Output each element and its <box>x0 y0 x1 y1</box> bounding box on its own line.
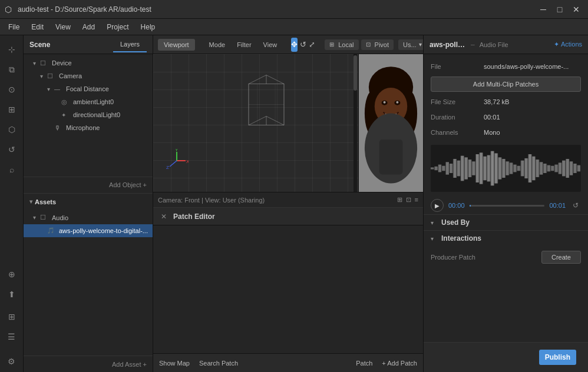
patch-close-button[interactable]: ✕ <box>158 211 170 222</box>
tree-label-audio: Audio <box>52 214 68 221</box>
menu-view[interactable]: View <box>49 21 77 34</box>
tree-arrow-focal: ▾ <box>47 86 54 92</box>
tab-layers[interactable]: Layers <box>113 37 147 52</box>
add-patch-button[interactable]: + Add Patch <box>382 360 417 367</box>
tree-icon-audio-file: 🎵 <box>47 227 57 234</box>
duration-value: 00:01 <box>484 114 581 121</box>
patch-editor-header: ✕ Patch Editor <box>153 208 423 225</box>
menu-edit[interactable]: Edit <box>25 21 49 34</box>
tree-icon-ambient: ◎ <box>61 98 71 106</box>
patch-content[interactable] <box>153 225 423 353</box>
playback-end-time: 00:01 <box>549 202 566 209</box>
tool-select[interactable]: ✥ <box>291 38 298 52</box>
svg-point-26 <box>384 101 386 104</box>
scrollbar-thumb[interactable] <box>354 55 357 91</box>
sidebar-icon-settings[interactable]: ⚙ <box>2 352 21 371</box>
publish-button[interactable]: Publish <box>539 350 576 365</box>
close-button[interactable]: ✕ <box>569 2 583 16</box>
tree-label-device: Device <box>52 59 72 67</box>
waveform-display <box>431 145 581 192</box>
interactions-section-header[interactable]: ▾ Interactions <box>424 230 588 246</box>
sidebar-icon-pointer[interactable]: ⊹ <box>2 40 21 59</box>
file-label: File <box>431 63 484 70</box>
viewport-content[interactable]: X Y Z <box>153 54 423 192</box>
tree-item-camera[interactable]: ▾ ☐ Camera <box>24 69 153 82</box>
tool-scale[interactable]: ⤢ <box>309 38 315 52</box>
tree-item-directional[interactable]: ▾ ✦ directionalLight0 <box>24 108 153 121</box>
menu-add[interactable]: Add <box>77 21 101 34</box>
scene-panel-tabs: Layers <box>113 37 147 52</box>
tree-icon-directional: ✦ <box>61 112 71 118</box>
viewport-scrollbar[interactable] <box>354 54 357 192</box>
app-icon: ⬡ <box>5 5 14 14</box>
assets-section: ▾ Assets ▾ ☐ Audio ▾ 🎵 aws-polly-welcome… <box>24 193 153 238</box>
right-panel-sep: – <box>471 41 475 49</box>
svg-line-1 <box>249 75 266 84</box>
filesize-value: 38,72 kB <box>484 98 581 105</box>
channels-property-row: Channels Mono <box>424 125 588 140</box>
add-object-button[interactable]: Add Object + <box>24 177 153 193</box>
maximize-button[interactable]: □ <box>553 2 567 16</box>
show-map-button[interactable]: Show Map <box>159 360 190 367</box>
tool-rotate[interactable]: ↺ <box>300 38 306 52</box>
right-panel-content: File sounds/aws-polly-welcome-... Add Mu… <box>424 54 588 342</box>
sidebar-icon-grid[interactable]: ⊞ <box>2 307 21 326</box>
pivot-icon: ⊡ <box>366 41 371 48</box>
bottom-icon-1: ⊞ <box>397 196 402 204</box>
play-button[interactable]: ▶ <box>431 199 444 212</box>
tree-item-focal[interactable]: ▾ — Focal Distance <box>24 82 153 95</box>
axis-indicator: X Y Z <box>165 149 189 174</box>
viewport-bottom-bar: Camera: Front | View: User (Sharing) ⊞ ⊡… <box>153 192 423 207</box>
sidebar-icon-add[interactable]: ⊕ <box>2 265 21 284</box>
pivot-btn[interactable]: ⊡ Pivot <box>361 39 394 50</box>
camera-status: Camera: Front | View: User (Sharing) <box>158 197 397 204</box>
waveform-canvas <box>431 145 581 192</box>
menu-bar: File Edit View Add Project Help <box>0 19 588 35</box>
tree-arrow-device: ▾ <box>33 60 40 67</box>
actions-button[interactable]: ✦ Actions <box>554 41 582 48</box>
sidebar-icon-effects[interactable]: ⬡ <box>2 120 21 139</box>
sidebar-icon-panels[interactable]: ⊞ <box>2 100 21 119</box>
channels-value: Mono <box>484 129 581 136</box>
menu-project[interactable]: Project <box>101 21 134 34</box>
user-view-menu[interactable]: Us... ▾ <box>398 39 423 50</box>
used-by-section-header[interactable]: ▾ Used By <box>424 214 588 230</box>
tree-item-microphone[interactable]: ▾ 🎙 Microphone <box>24 121 153 134</box>
menu-file[interactable]: File <box>2 21 25 34</box>
sidebar-icon-layers[interactable]: ⧉ <box>2 60 21 79</box>
sidebar-icon-list[interactable]: ☰ <box>2 327 21 346</box>
view-menu-btn[interactable]: View <box>259 39 282 50</box>
tab-viewport[interactable]: Viewport <box>158 39 195 51</box>
bottom-icon-3: ≡ <box>415 196 418 204</box>
time-bar[interactable] <box>470 205 545 207</box>
svg-text:Y: Y <box>175 149 179 152</box>
sidebar-icon-camera[interactable]: ⊙ <box>2 80 21 99</box>
sidebar-icon-refresh[interactable]: ↺ <box>2 140 21 159</box>
patch-label: Patch <box>356 360 372 367</box>
mode-menu[interactable]: Mode <box>204 39 230 50</box>
right-panel-header: aws-polly-welcome-t... – Audio File ✦ Ac… <box>424 35 588 54</box>
tree-item-audio-file[interactable]: ▾ 🎵 aws-polly-welcome-to-digital-... <box>24 224 153 237</box>
duration-label: Duration <box>431 114 484 121</box>
search-patch-button[interactable]: Search Patch <box>199 360 238 367</box>
filesize-property-row: File Size 38,72 kB <box>424 94 588 109</box>
tree-item-ambient[interactable]: ▾ ◎ ambientLight0 <box>24 95 153 108</box>
tree-item-audio-folder[interactable]: ▾ ☐ Audio <box>24 211 153 224</box>
assets-title: Assets <box>35 198 56 205</box>
duration-property-row: Duration 00:01 <box>424 109 588 125</box>
tree-label-ambient: ambientLight0 <box>73 98 114 105</box>
right-panel: aws-polly-welcome-t... – Audio File ✦ Ac… <box>423 35 588 372</box>
tree-item-device[interactable]: ▾ ☐ Device <box>24 57 153 69</box>
used-by-arrow: ▾ <box>431 220 439 226</box>
menu-help[interactable]: Help <box>135 21 161 34</box>
assets-header[interactable]: ▾ Assets <box>24 194 153 210</box>
filter-menu[interactable]: Filter <box>232 39 256 50</box>
sidebar-icon-search[interactable]: ⌕ <box>2 160 21 179</box>
add-multiclip-button[interactable]: Add Multi-Clip Patches <box>431 77 581 92</box>
minimize-button[interactable]: ─ <box>536 2 550 16</box>
add-asset-button[interactable]: Add Asset + <box>24 356 153 372</box>
sidebar-icon-upload[interactable]: ⬆ <box>2 285 21 304</box>
refresh-button[interactable]: ↺ <box>570 200 581 211</box>
create-button[interactable]: Create <box>541 251 581 264</box>
local-btn[interactable]: ⊞ Local <box>325 39 358 50</box>
